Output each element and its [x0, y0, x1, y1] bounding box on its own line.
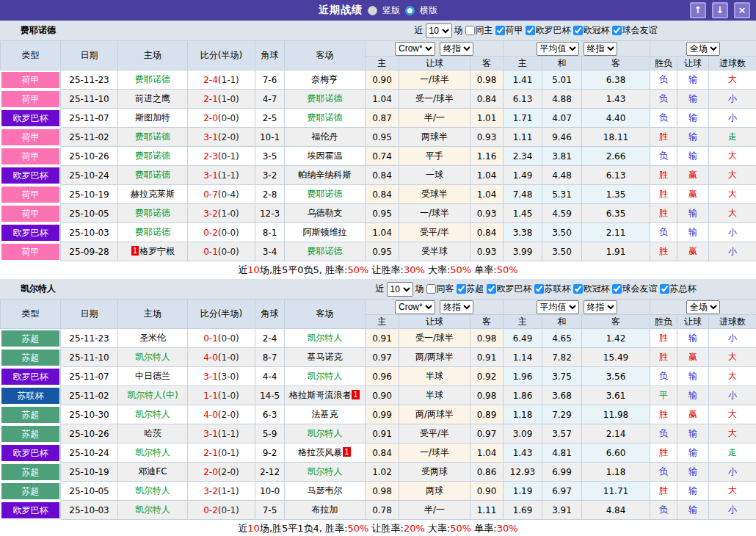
handicap-result-cell: 赢 — [677, 405, 709, 424]
league-cell: 欧罗巴杯 — [1, 109, 61, 128]
away-team-cell: 奈梅亨 — [285, 70, 366, 90]
avg-draw-cell: 3.57 — [542, 424, 582, 443]
vertical-layout-label[interactable]: 竖版 — [382, 4, 400, 17]
header-dropdown-row: 类型日期主场比分(半场)角球客场 Crow*终指 平均值终指 全场 — [1, 300, 756, 315]
average-select[interactable]: 平均值 — [537, 42, 579, 56]
handicap-cell: 平手 — [399, 147, 470, 166]
home-team-cell: 哈茨 — [118, 424, 188, 443]
match-row: 苏联杯25-11-02凯尔特人(中)1-1(1-0)14-5格拉斯哥流浪者10.… — [1, 386, 756, 405]
avg-away-cell: 3.56 — [582, 367, 650, 386]
vertical-layout-radio[interactable] — [368, 6, 377, 15]
odds-away-cell: 1.11 — [470, 501, 504, 520]
league-filter-checkbox[interactable] — [495, 26, 505, 35]
handicap-cell: 半/一 — [399, 109, 470, 128]
corners-cell: 3-2 — [255, 166, 285, 185]
odds-away-cell: 1.16 — [470, 147, 504, 166]
match-count-select[interactable]: 10 — [387, 282, 413, 297]
corners-cell: 5-9 — [255, 424, 285, 443]
section-filter-row: 凯尔特人 近 10 场 同客 苏超欧罗巴杯苏联杯欧冠杯球会友谊苏总杯 — [0, 279, 756, 299]
goals-result-cell: 小 — [709, 463, 756, 482]
league-filter-checkbox[interactable] — [612, 26, 622, 35]
avg-home-cell: 1.18 — [504, 405, 542, 424]
average-header-cell: 平均值终指 — [504, 300, 650, 315]
league-filter-checkbox[interactable] — [534, 284, 544, 294]
league-filter-checkbox[interactable] — [573, 26, 583, 35]
average-final-select[interactable]: 终指 — [584, 42, 617, 56]
avg-away-cell: 1.42 — [582, 329, 650, 348]
avg-away-cell: 18.11 — [582, 128, 650, 147]
average-header-cell: 平均值终指 — [504, 41, 650, 57]
handicap-cell: 两球 — [399, 482, 470, 501]
column-header: 比分(半场) — [188, 41, 255, 70]
league-filter-checkbox[interactable] — [457, 284, 466, 294]
home-team-cell: 凯尔特人 — [118, 501, 188, 520]
match-count-select[interactable]: 10 — [426, 23, 452, 38]
avg-home-cell: 6.49 — [504, 329, 542, 348]
score-cell: 2-0(2-0) — [188, 463, 255, 482]
column-subheader: 客 — [582, 57, 650, 70]
summary-part: 场,胜5平1负4, 胜率: — [260, 523, 348, 534]
scroll-down-button[interactable]: ↓ — [712, 2, 728, 18]
away-team-cell: 凯尔特人 — [285, 367, 366, 386]
home-team-cell: 1格罗宁根 — [118, 242, 188, 261]
league-cell: 荷甲 — [1, 204, 61, 223]
handicap-result-cell: 赢 — [677, 242, 709, 261]
avg-away-cell: 1.43 — [582, 90, 650, 109]
avg-away-cell: 4.84 — [582, 501, 650, 520]
goals-result-cell: 大 — [709, 204, 756, 223]
bookmaker-header-cell: Crow*终指 — [366, 300, 504, 315]
date-cell: 25-09-28 — [61, 242, 118, 261]
league-badge: 欧罗巴杯 — [1, 502, 59, 518]
league-cell: 荷甲 — [1, 242, 61, 261]
result-cell: 负 — [650, 70, 677, 90]
column-header: 客场 — [285, 41, 366, 70]
date-cell: 25-11-23 — [61, 70, 118, 90]
league-filter-checkbox[interactable] — [573, 284, 583, 294]
corners-cell: 2-8 — [255, 185, 285, 204]
away-team-cell: 凯尔特人 — [285, 424, 366, 443]
avg-away-cell: 1.91 — [582, 242, 650, 261]
date-cell: 25-10-19 — [61, 185, 118, 204]
scope-select[interactable]: 全场 — [686, 42, 720, 56]
avg-home-cell: 1.19 — [504, 482, 542, 501]
avg-away-cell: 4.40 — [582, 109, 650, 128]
league-filter-checkbox[interactable] — [660, 284, 669, 294]
horizontal-layout-label[interactable]: 横版 — [420, 4, 437, 17]
result-cell: 胜 — [650, 204, 677, 223]
league-filter-label: 苏总杯 — [670, 283, 697, 295]
scope-select[interactable]: 全场 — [686, 300, 720, 314]
result-cell: 胜 — [650, 128, 677, 147]
odds-away-cell: 0.84 — [470, 90, 504, 109]
avg-draw-cell: 4.48 — [542, 166, 582, 185]
home-team-cell: 费耶诺德 — [118, 204, 188, 223]
same-venue-checkbox[interactable] — [465, 26, 475, 35]
score-cell: 3-1(2-0) — [188, 128, 255, 147]
league-badge: 荷甲 — [1, 206, 59, 222]
scroll-up-button[interactable]: ↑ — [690, 2, 706, 18]
avg-draw-cell: 4.88 — [542, 90, 582, 109]
date-cell: 25-11-02 — [61, 128, 118, 147]
odds-home-cell: 0.97 — [366, 348, 399, 367]
bookmaker-final-select[interactable]: 终指 — [440, 42, 473, 56]
average-final-select[interactable]: 终指 — [584, 300, 617, 314]
column-subheader: 主 — [366, 57, 399, 70]
column-subheader: 让球 — [399, 315, 470, 329]
league-filter-checkbox[interactable] — [612, 284, 622, 294]
average-select[interactable]: 平均值 — [537, 300, 579, 314]
avg-draw-cell: 4.07 — [542, 109, 582, 128]
column-header: 日期 — [61, 300, 118, 329]
section-filter-row: 费耶诺德 近 10 场 同主 荷甲欧罗巴杯欧冠杯球会友谊 — [0, 21, 756, 40]
bookmaker-select[interactable]: Crow* — [395, 300, 435, 314]
horizontal-layout-radio[interactable] — [405, 6, 415, 15]
bookmaker-select[interactable]: Crow* — [395, 42, 435, 56]
same-venue-checkbox[interactable] — [426, 284, 436, 294]
league-filter-checkbox[interactable] — [526, 26, 535, 35]
date-cell: 25-10-30 — [61, 405, 118, 424]
avg-draw-cell: 5.31 — [542, 185, 582, 204]
league-filter-checkbox[interactable] — [487, 284, 496, 294]
away-team-cell: 法基克 — [285, 405, 366, 424]
bookmaker-final-select[interactable]: 终指 — [440, 300, 473, 314]
result-cell: 平 — [650, 386, 677, 405]
close-button[interactable]: × — [734, 2, 750, 18]
team-section: 费耶诺德 近 10 场 同主 荷甲欧罗巴杯欧冠杯球会友谊 类型日期主场比分(半场… — [0, 21, 756, 279]
